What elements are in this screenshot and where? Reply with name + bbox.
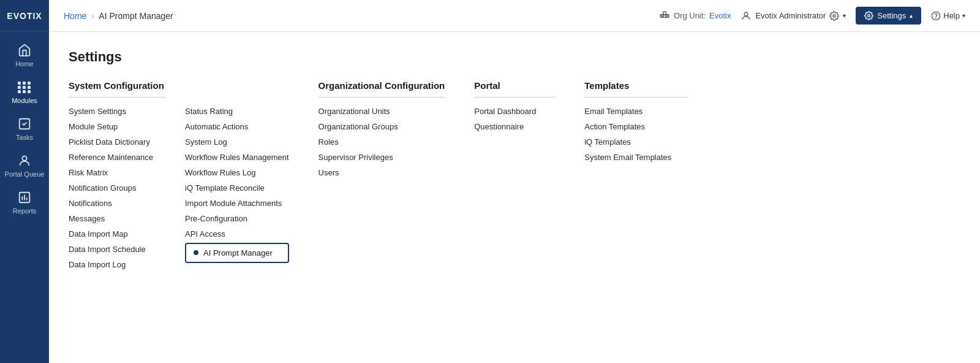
menu-item-import-module-attachments[interactable]: Import Module Attachments: [185, 196, 289, 211]
user-icon: [741, 10, 752, 21]
sidebar-item-modules[interactable]: Modules: [0, 74, 49, 110]
menu-item-iq-template-reconcile[interactable]: iQ Template Reconcile: [185, 180, 289, 196]
settings-chevron-up-icon: ▴: [910, 12, 913, 19]
user-name: Evotix Administrator: [755, 11, 826, 20]
menu-item-automatic-actions[interactable]: Automatic Actions: [185, 119, 289, 134]
user-info: Evotix Administrator ▾: [741, 10, 846, 21]
menu-item-notifications[interactable]: Notifications: [69, 196, 165, 211]
tasks-icon: [17, 117, 32, 131]
breadcrumb-separator: ›: [91, 12, 94, 20]
settings-button[interactable]: Settings ▴: [856, 7, 921, 25]
menu-item-workflow-rules-log[interactable]: Workflow Rules Log: [185, 165, 289, 180]
sidebar-item-tasks-label: Tasks: [16, 134, 33, 141]
menu-item-system-settings[interactable]: System Settings: [69, 104, 165, 119]
menu-item-system-log[interactable]: System Log: [185, 134, 289, 150]
sidebar-item-reports[interactable]: Reports: [0, 184, 49, 221]
brand-logo: EVOTIX: [7, 11, 42, 21]
portal-queue-icon: [17, 153, 32, 168]
svg-point-14: [744, 12, 748, 16]
system-config-column: System Configuration System Settings Mod…: [69, 80, 185, 272]
menu-item-iq-templates[interactable]: iQ Templates: [584, 134, 687, 150]
sidebar-item-home[interactable]: Home: [0, 37, 49, 74]
org-config-header: Organizational Configuration: [318, 80, 445, 97]
menu-item-ai-prompt-manager[interactable]: AI Prompt Manager: [185, 243, 289, 263]
main-content: Settings System Configuration System Set…: [49, 32, 980, 363]
settings-gear-icon: [864, 11, 873, 20]
org-unit: Org Unit: Evotix: [659, 10, 731, 21]
menu-item-notification-groups[interactable]: Notification Groups: [69, 180, 165, 196]
user-chevron-icon: ▾: [843, 12, 846, 19]
menu-item-action-templates[interactable]: Action Templates: [584, 119, 687, 134]
org-unit-icon: [659, 10, 670, 21]
menu-item-org-units[interactable]: Organizational Units: [318, 104, 445, 119]
menu-item-data-import-log[interactable]: Data Import Log: [69, 257, 165, 272]
templates-header: Templates: [584, 80, 687, 97]
user-settings-icon: [829, 11, 839, 21]
menu-item-portal-dashboard[interactable]: Portal Dashboard: [474, 104, 555, 119]
help-icon: [931, 11, 941, 21]
menu-item-pre-configuration[interactable]: Pre-Configuration: [185, 211, 289, 226]
org-unit-label: Org Unit:: [674, 11, 706, 20]
topnav: Home › AI Prompt Manager Org Unit: Evoti…: [49, 0, 980, 32]
system-config-header: System Configuration: [69, 80, 165, 97]
menu-item-picklist-data-dictionary[interactable]: Picklist Data Dictionary: [69, 134, 165, 150]
menu-item-email-templates[interactable]: Email Templates: [584, 104, 687, 119]
menu-item-workflow-rules-management[interactable]: Workflow Rules Management: [185, 150, 289, 165]
menu-item-org-groups[interactable]: Organizational Groups: [318, 119, 445, 134]
sidebar-logo: EVOTIX: [0, 0, 49, 32]
sidebar: EVOTIX Home Modules: [0, 0, 49, 363]
help-chevron-icon: ▾: [962, 12, 965, 19]
system-config-column-2: Status Rating Automatic Actions System L…: [185, 80, 318, 263]
modules-icon: [17, 80, 32, 94]
sidebar-nav: Home Modules Tasks: [0, 32, 49, 221]
menu-item-status-rating[interactable]: Status Rating: [185, 104, 289, 119]
help-button[interactable]: Help ▾: [931, 11, 965, 21]
breadcrumb: Home › AI Prompt Manager: [64, 11, 659, 21]
sidebar-item-portal-queue[interactable]: Portal Queue: [0, 147, 49, 184]
org-unit-value[interactable]: Evotix: [709, 11, 731, 20]
breadcrumb-current: AI Prompt Manager: [99, 11, 173, 21]
menu-item-data-import-schedule[interactable]: Data Import Schedule: [69, 242, 165, 257]
menu-item-users[interactable]: Users: [318, 165, 445, 180]
menu-item-system-email-templates[interactable]: System Email Templates: [584, 150, 687, 165]
sidebar-item-tasks[interactable]: Tasks: [0, 110, 49, 147]
sidebar-item-reports-label: Reports: [13, 207, 37, 215]
org-config-column: Organizational Configuration Organizatio…: [318, 80, 475, 180]
settings-grid: System Configuration System Settings Mod…: [69, 80, 960, 272]
settings-button-label: Settings: [877, 11, 906, 20]
ai-active-dot: [194, 250, 198, 255]
templates-column: Templates Email Templates Action Templat…: [584, 80, 707, 165]
help-button-label: Help: [943, 11, 960, 20]
topnav-right: Org Unit: Evotix Evotix Administrator ▾ …: [659, 7, 965, 25]
menu-item-roles[interactable]: Roles: [318, 134, 445, 150]
menu-item-messages[interactable]: Messages: [69, 211, 165, 226]
home-icon: [17, 43, 32, 58]
menu-item-api-access[interactable]: API Access: [185, 226, 289, 242]
menu-item-supervisor-privileges[interactable]: Supervisor Privileges: [318, 150, 445, 165]
sidebar-item-modules-label: Modules: [12, 97, 37, 104]
sidebar-item-home-label: Home: [15, 60, 33, 67]
menu-item-data-import-map[interactable]: Data Import Map: [69, 226, 165, 242]
breadcrumb-home-link[interactable]: Home: [64, 11, 86, 21]
page-title: Settings: [69, 49, 960, 65]
svg-point-16: [868, 15, 870, 17]
menu-item-questionnaire[interactable]: Questionnaire: [474, 119, 555, 134]
menu-item-module-setup[interactable]: Module Setup: [69, 119, 165, 134]
menu-item-reference-maintenance[interactable]: Reference Maintenance: [69, 150, 165, 165]
sidebar-item-portal-queue-label: Portal Queue: [5, 170, 45, 178]
svg-point-15: [833, 15, 835, 17]
ai-prompt-manager-label: AI Prompt Manager: [203, 248, 273, 258]
menu-item-risk-matrix[interactable]: Risk Matrix: [69, 165, 165, 180]
svg-point-1: [22, 156, 26, 161]
portal-column: Portal Portal Dashboard Questionnaire: [474, 80, 584, 134]
portal-header: Portal: [474, 80, 555, 97]
reports-icon: [17, 190, 32, 205]
